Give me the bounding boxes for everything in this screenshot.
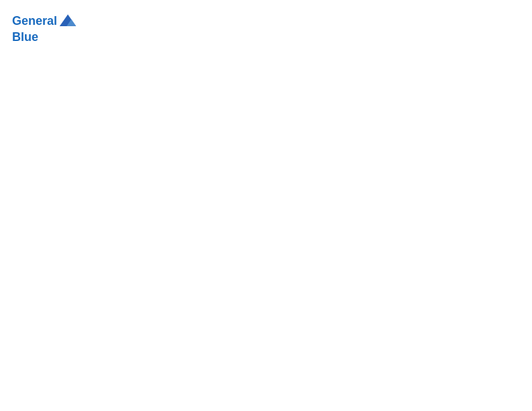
logo-icon [58,12,77,31]
logo: General Blue [12,12,77,44]
page: General Blue [0,0,532,411]
header: General Blue [12,12,520,44]
logo-text2: Blue [12,31,77,44]
logo-text: General [12,15,57,28]
